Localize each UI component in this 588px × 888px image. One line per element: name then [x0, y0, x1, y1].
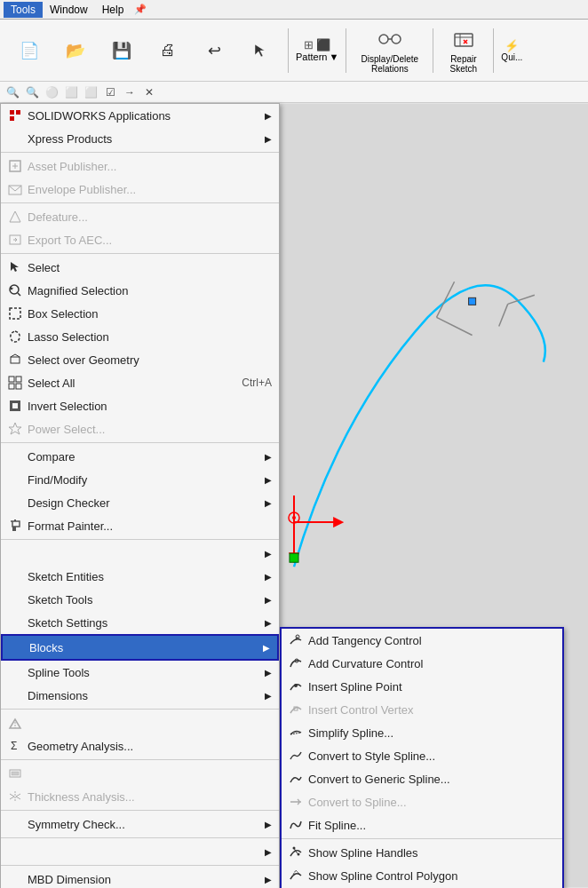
show-spline-handles-label: Show Spline Handles — [308, 846, 555, 860]
menu-item-invert-selection[interactable]: Invert Selection — [1, 394, 279, 417]
select-over-geometry-label: Select over Geometry — [28, 353, 272, 367]
menu-item-spline-tools[interactable]: Blocks ▶ — [1, 634, 279, 661]
menu-item-sketch-settings[interactable]: Sketch Tools ▶ — [1, 588, 279, 611]
cursor-button[interactable] — [238, 35, 282, 67]
svg-point-0 — [379, 35, 388, 44]
asset-publisher-label: Asset Publisher... — [28, 160, 272, 173]
convert-to-spline-icon — [287, 793, 305, 811]
check-icon[interactable]: ☑ — [101, 83, 119, 101]
menu-item-select-all[interactable]: Select All Ctrl+A — [1, 371, 279, 394]
submenu-item-simplify-spline[interactable]: Simplify Spline... — [282, 721, 562, 744]
menu-item-thickness-analysis — [1, 762, 279, 785]
menu-item-compare[interactable]: Compare ▶ — [1, 445, 279, 468]
menu-item-envelope-publisher: Envelope Publisher... — [1, 178, 279, 201]
solidworks-apps-icon — [6, 107, 24, 124]
menu-window[interactable]: Window — [43, 2, 95, 18]
quick-label[interactable]: Qui... — [501, 52, 522, 62]
add-tangency-icon — [287, 631, 305, 649]
solidworks-apps-label: SOLIDWORKS Applications — [28, 109, 261, 123]
sketch-settings-label: Sketch Tools — [28, 593, 261, 607]
repair-sketch-label[interactable]: Repair Sketch — [441, 54, 486, 74]
menu-item-mbd-dimension[interactable]: Symmetry Check... ▶ — [1, 813, 279, 836]
menu-item-design-checker[interactable]: Design Checker ▶ — [1, 491, 279, 514]
menu-item-box-selection[interactable]: Box Selection — [1, 302, 279, 325]
add-curvature-label: Add Curvature Control — [308, 657, 555, 670]
magnified-selection-icon — [6, 281, 24, 299]
select-over-geometry-icon — [6, 351, 24, 369]
svg-rect-35 — [16, 384, 21, 389]
menu-item-magnified-selection[interactable]: Magnified Selection — [1, 279, 279, 302]
arrow-icon[interactable]: → — [121, 83, 139, 101]
lasso-selection-label: Lasso Selection — [28, 330, 272, 344]
equations-label: Geometry Analysis... — [28, 740, 272, 753]
mbd-dimension-label: Symmetry Check... — [28, 818, 261, 831]
zoom2-icon[interactable]: 🔍 — [23, 83, 41, 101]
box-icon[interactable]: ⬜ — [82, 83, 99, 101]
menu-item-blocks[interactable]: Sketch Settings ▶ — [1, 611, 279, 634]
svg-point-51 — [293, 847, 296, 850]
print-icon: 🖨 — [155, 38, 180, 63]
evaluate-icon — [6, 870, 24, 888]
new-icon: 📄 — [17, 38, 42, 63]
menu-item-solidworks-apps[interactable]: SOLIDWORKS Applications ▶ — [1, 104, 279, 127]
svg-rect-43 — [12, 772, 19, 775]
svg-rect-33 — [16, 377, 21, 382]
menu-item-equations[interactable]: Σ Geometry Analysis... — [1, 734, 279, 757]
submenu-item-insert-control-vertex: Insert Control Vertex — [282, 698, 562, 721]
menu-item-sketch-tools[interactable]: Sketch Entities ▶ — [1, 565, 279, 588]
xpress-label: Xpress Products — [28, 132, 261, 146]
submenu-item-show-control-polygon[interactable]: Show Spline Control Polygon — [282, 864, 562, 887]
relations-icon — [377, 27, 402, 54]
display-delete-label[interactable]: Display/Delete Relations — [354, 54, 425, 74]
menu-item-xpress[interactable]: Xpress Products ▶ — [1, 127, 279, 150]
menu-item-format-painter[interactable]: Format Painter... — [1, 514, 279, 537]
menu-item-select-over-geometry[interactable]: Select over Geometry — [1, 348, 279, 371]
svg-point-53 — [298, 853, 300, 856]
macro-arrow: ▶ — [265, 847, 272, 857]
sep5 — [1, 539, 279, 540]
add-curvature-icon — [287, 654, 305, 672]
menu-item-lasso-selection[interactable]: Lasso Selection — [1, 325, 279, 348]
rect-icon[interactable]: ⬜ — [62, 83, 80, 101]
asset-publisher-icon — [6, 157, 24, 175]
submenu-item-add-curvature[interactable]: Add Curvature Control — [282, 652, 562, 675]
sep2 — [1, 202, 279, 203]
design-checker-arrow: ▶ — [265, 498, 272, 508]
menu-item-macro[interactable]: ▶ — [1, 840, 279, 863]
defeature-label: Defeature... — [28, 210, 272, 224]
submenu-item-insert-spline-point[interactable]: Insert Spline Point — [282, 675, 562, 698]
pattern-arrow: ▼ — [329, 52, 338, 62]
sep6 — [1, 709, 279, 710]
sep7 — [1, 759, 279, 760]
save-button[interactable]: 💾 — [99, 35, 144, 67]
format-painter-icon — [6, 517, 24, 535]
circle-icon[interactable]: ⚪ — [43, 83, 60, 101]
sep9 — [1, 837, 279, 838]
menu-help[interactable]: Help — [95, 2, 131, 18]
select-all-label: Select All — [28, 377, 227, 390]
open-button[interactable]: 📂 — [53, 35, 98, 67]
menu-item-export-aec: Export To AEC... — [1, 228, 279, 251]
cross-icon[interactable]: ✕ — [140, 83, 158, 101]
submenu-item-show-spline-handles[interactable]: Show Spline Handles — [282, 841, 562, 864]
simplify-spline-label: Simplify Spline... — [308, 726, 555, 740]
submenu-item-convert-style-spline[interactable]: Convert to Style Spline... — [282, 744, 562, 767]
new-button[interactable]: 📄 — [7, 35, 52, 67]
undo-button[interactable]: ↩ — [192, 35, 236, 67]
print-button[interactable]: 🖨 — [146, 35, 190, 67]
menu-item-evaluate[interactable]: MBD Dimension ▶ — [1, 868, 279, 888]
zoom-icon[interactable]: 🔍 — [4, 83, 21, 101]
pattern-label[interactable]: Pattern ▼ — [296, 52, 338, 62]
menu-tools[interactable]: Tools — [4, 2, 43, 18]
select-all-shortcut: Ctrl+A — [242, 377, 272, 389]
submenu-item-add-tangency[interactable]: Add Tangency Control — [282, 629, 562, 652]
menu-item-dimensions[interactable]: Spline Tools ▶ — [1, 661, 279, 684]
menu-item-select[interactable]: Select — [1, 256, 279, 279]
svg-point-48 — [294, 684, 298, 687]
submenu-item-fit-spline[interactable]: Fit Spline... — [282, 813, 562, 836]
menu-item-find-modify[interactable]: Find/Modify ▶ — [1, 468, 279, 491]
menu-item-relations[interactable]: Dimensions ▶ — [1, 684, 279, 707]
menu-item-sketch-entities[interactable]: ▶ — [1, 542, 279, 565]
submenu-item-convert-generic-spline[interactable]: Convert to Generic Spline... — [282, 767, 562, 790]
svg-point-16 — [292, 516, 296, 519]
